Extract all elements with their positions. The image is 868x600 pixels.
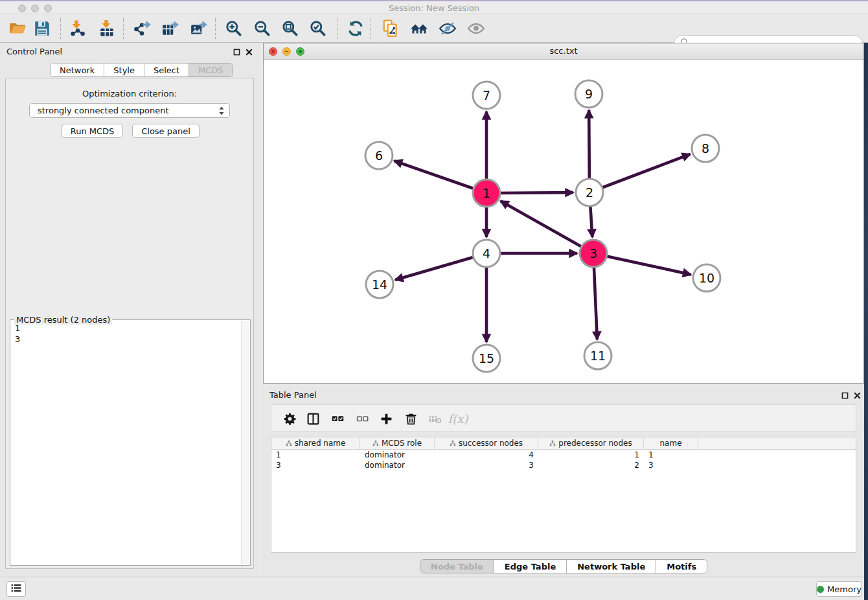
tab-edge-table[interactable]: Edge Table xyxy=(494,560,567,573)
result-scrollbar[interactable] xyxy=(241,321,249,564)
select-all-icon[interactable] xyxy=(328,410,347,427)
table-float-icon[interactable] xyxy=(840,391,850,400)
network-canvas[interactable]: 7968124314101511 xyxy=(264,60,863,383)
edge-3-10[interactable] xyxy=(593,253,691,275)
table-cell[interactable]: 3 xyxy=(271,460,360,470)
toolbar-separator xyxy=(123,18,124,39)
column-label: name xyxy=(659,439,681,448)
zoom-selected-icon[interactable] xyxy=(307,17,329,40)
delete-column-icon[interactable] xyxy=(402,410,420,427)
export-image-icon[interactable] xyxy=(188,17,210,40)
sort-icon xyxy=(450,440,456,446)
import-table-icon[interactable] xyxy=(96,17,118,40)
table-close-icon[interactable] xyxy=(852,391,862,400)
application-window: Session: New Session Control Panel Netwo… xyxy=(0,0,868,600)
import-network-icon[interactable] xyxy=(66,17,88,40)
table-cell[interactable]: 3 xyxy=(644,460,698,470)
zoom-fit-icon[interactable] xyxy=(279,17,301,40)
memory-button[interactable]: Memory xyxy=(816,581,862,597)
result-line: 3 xyxy=(15,334,241,345)
column-header-predecessor-nodes[interactable]: predecessor nodes xyxy=(538,437,644,449)
sort-icon xyxy=(286,440,292,446)
column-header-shared-name[interactable]: shared name xyxy=(271,437,360,449)
close-panel-button[interactable]: Close panel xyxy=(132,124,200,138)
tab-select[interactable]: Select xyxy=(144,63,189,76)
network-view-window: scc.txt 7968124314101511 xyxy=(263,43,864,384)
toolbar-separator xyxy=(60,18,61,39)
float-panel-icon[interactable] xyxy=(232,47,242,57)
graph-node-label: 8 xyxy=(702,141,709,156)
tab-network[interactable]: Network xyxy=(51,63,104,76)
deselect-all-icon[interactable] xyxy=(353,410,371,427)
export-table-icon[interactable] xyxy=(159,17,181,40)
table-cell[interactable]: 1 xyxy=(644,450,698,460)
edge-1-6[interactable] xyxy=(394,161,486,193)
table-cell[interactable]: 2 xyxy=(538,460,644,470)
chevron-up-down-icon xyxy=(218,106,225,118)
refresh-layout-icon[interactable] xyxy=(345,17,367,40)
add-column-icon[interactable] xyxy=(377,410,395,427)
graph-node-label: 4 xyxy=(483,246,490,260)
show-all-icon[interactable] xyxy=(465,17,487,40)
column-header-MCDS-role[interactable]: MCDS role xyxy=(360,437,435,449)
close-panel-icon[interactable] xyxy=(244,47,254,57)
graph-node-label: 11 xyxy=(590,349,606,363)
function-builder-icon[interactable]: f(x) xyxy=(449,410,467,427)
graph-node-label: 15 xyxy=(479,351,494,365)
run-mcds-button[interactable]: Run MCDS xyxy=(62,124,123,138)
criterion-value: strongly connected component xyxy=(38,106,169,115)
tab-mcds[interactable]: MCDS xyxy=(189,63,233,76)
graph-node-label: 3 xyxy=(589,246,597,260)
hide-selected-icon[interactable] xyxy=(437,17,459,40)
tab-network-table[interactable]: Network Table xyxy=(567,560,656,573)
table-toolbar: f(x) xyxy=(271,404,856,432)
task-history-button[interactable] xyxy=(6,581,26,597)
edge-2-8[interactable] xyxy=(589,154,691,192)
table-row[interactable]: 1dominator411 xyxy=(271,450,856,460)
criterion-select[interactable]: strongly connected component xyxy=(29,103,230,118)
first-neighbors-icon[interactable] xyxy=(408,17,430,40)
gear-icon[interactable] xyxy=(280,410,299,427)
graph-node-label: 1 xyxy=(483,186,490,200)
new-network-from-selection-icon[interactable] xyxy=(380,17,402,40)
delete-table-icon[interactable] xyxy=(426,410,444,427)
mcds-result-group: MCDS result (2 nodes) 13 xyxy=(10,319,251,566)
table-cell[interactable]: dominator xyxy=(360,460,435,470)
graph-node-label: 14 xyxy=(372,277,387,292)
column-header-name[interactable]: name xyxy=(644,437,698,449)
table-cell[interactable]: 3 xyxy=(435,460,538,470)
export-network-icon[interactable] xyxy=(131,17,153,40)
tab-node-table[interactable]: Node Table xyxy=(420,560,494,573)
network-window-titlebar: scc.txt xyxy=(264,43,863,60)
table-row[interactable]: 3dominator323 xyxy=(271,460,856,470)
table-cell[interactable]: 4 xyxy=(435,450,538,460)
table-header-row: shared nameMCDS rolesuccessor nodesprede… xyxy=(271,437,856,450)
zoom-in-icon[interactable] xyxy=(223,17,245,40)
toolbar-separator xyxy=(215,18,216,39)
column-label: MCDS role xyxy=(382,439,422,448)
toolbar-separator xyxy=(337,18,337,39)
table-panel: Table Panel f(x) shared nameMCDS rolesuc… xyxy=(263,386,864,577)
node-table: shared nameMCDS rolesuccessor nodesprede… xyxy=(271,437,856,553)
result-line: 1 xyxy=(15,323,241,334)
table-panel-title: Table Panel xyxy=(269,390,317,400)
tab-style[interactable]: Style xyxy=(104,63,144,76)
open-file-icon[interactable] xyxy=(6,17,29,40)
main-toolbar xyxy=(0,14,868,43)
tab-motifs[interactable]: Motifs xyxy=(656,560,707,573)
table-cell[interactable]: 1 xyxy=(271,450,360,460)
memory-label: Memory xyxy=(827,584,862,594)
control-panel-title: Control Panel xyxy=(6,47,62,56)
sort-icon xyxy=(549,440,556,446)
list-icon xyxy=(10,583,22,595)
mcds-result-text[interactable]: 13 xyxy=(11,321,241,564)
edge-3-1[interactable] xyxy=(501,201,593,253)
table-cell[interactable]: 1 xyxy=(538,450,644,460)
table-tabs: Node TableEdge TableNetwork TableMotifs xyxy=(420,559,707,573)
zoom-out-icon[interactable] xyxy=(251,17,273,40)
save-session-icon[interactable] xyxy=(31,17,53,40)
column-header-successor-nodes[interactable]: successor nodes xyxy=(435,437,538,449)
split-columns-icon[interactable] xyxy=(304,410,322,427)
table-cell[interactable]: dominator xyxy=(360,450,435,460)
graph-node-label: 2 xyxy=(586,185,593,200)
